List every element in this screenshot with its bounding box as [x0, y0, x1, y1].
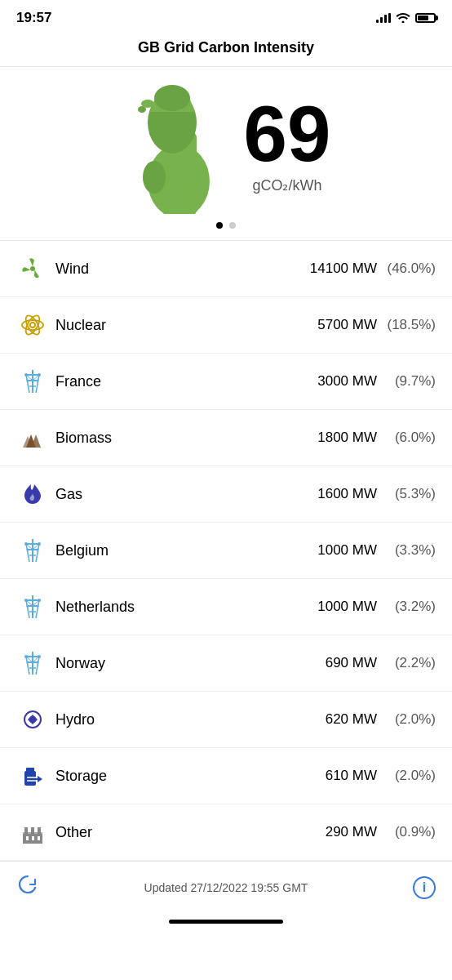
- energy-pct-nuclear: (18.5%): [387, 317, 436, 333]
- nuclear-icon: [16, 309, 49, 341]
- other-icon: [16, 816, 49, 849]
- energy-mw-netherlands: 1000 MW: [304, 599, 377, 615]
- svg-point-25: [27, 380, 29, 382]
- energy-pct-biomass: (6.0%): [387, 430, 436, 446]
- svg-point-51: [38, 599, 41, 602]
- svg-point-7: [154, 85, 190, 111]
- energy-mw-gas: 1600 MW: [304, 486, 377, 502]
- svg-point-40: [27, 549, 29, 551]
- energy-item-norway[interactable]: Norway 690 MW (2.2%): [0, 635, 452, 692]
- energy-item-france[interactable]: France 3000 MW (9.7%): [0, 354, 452, 410]
- svg-point-11: [30, 323, 35, 327]
- svg-point-24: [38, 373, 41, 376]
- info-button[interactable]: i: [413, 876, 436, 899]
- app-header: GB Grid Carbon Intensity: [0, 33, 452, 67]
- energy-item-gas[interactable]: Gas 1600 MW (5.3%): [0, 466, 452, 523]
- biomass-icon: [16, 421, 49, 454]
- svg-point-12: [22, 320, 43, 330]
- svg-point-39: [38, 542, 41, 546]
- energy-item-netherlands[interactable]: Netherlands 1000 MW (3.2%): [0, 579, 452, 635]
- hero-section: 69 gCO₂/kWh: [0, 67, 452, 214]
- svg-point-41: [37, 549, 39, 551]
- carbon-display: 69 gCO₂/kWh: [244, 95, 331, 194]
- energy-mw-storage: 610 MW: [304, 768, 377, 784]
- svg-rect-78: [26, 836, 29, 840]
- updated-text: Updated 27/12/2022 19:55 GMT: [39, 881, 413, 894]
- energy-name-belgium: Belgium: [55, 542, 304, 559]
- energy-item-wind[interactable]: Wind 14100 MW (46.0%): [0, 241, 452, 297]
- energy-pct-belgium: (3.3%): [387, 542, 436, 559]
- energy-mw-wind: 14100 MW: [304, 261, 377, 277]
- energy-mw-belgium: 1000 MW: [304, 542, 377, 559]
- page-dots: [0, 214, 452, 240]
- carbon-unit: gCO₂/kWh: [244, 176, 331, 194]
- svg-point-53: [37, 605, 39, 608]
- refresh-button[interactable]: [16, 873, 39, 902]
- energy-item-hydro[interactable]: Hydro 620 MW (2.0%): [0, 692, 452, 748]
- energy-pct-norway: (2.2%): [387, 655, 436, 671]
- energy-item-belgium[interactable]: Belgium 1000 MW (3.3%): [0, 523, 452, 579]
- energy-pct-wind: (46.0%): [387, 261, 436, 277]
- energy-mw-other: 290 MW: [304, 824, 377, 840]
- wind-icon: [16, 252, 49, 285]
- energy-list: Wind 14100 MW (46.0%) Nuclear 5700 MW (1…: [0, 241, 452, 861]
- home-bar: [169, 920, 283, 924]
- energy-item-biomass[interactable]: Biomass 1800 MW (6.0%): [0, 410, 452, 466]
- svg-point-64: [27, 662, 29, 664]
- storage-icon: [16, 760, 49, 792]
- svg-point-50: [24, 599, 28, 602]
- carbon-value: 69: [244, 95, 331, 173]
- svg-rect-77: [23, 832, 42, 835]
- status-icons: [376, 11, 436, 25]
- energy-item-nuclear[interactable]: Nuclear 5700 MW (18.5%): [0, 297, 452, 354]
- energy-name-nuclear: Nuclear: [55, 317, 304, 334]
- norway-icon: [16, 647, 49, 679]
- energy-name-gas: Gas: [55, 486, 304, 503]
- energy-mw-france: 3000 MW: [304, 373, 377, 390]
- home-indicator: [0, 913, 452, 933]
- wifi-icon: [396, 11, 410, 25]
- belgium-icon: [16, 534, 49, 567]
- svg-point-26: [37, 380, 39, 382]
- battery-icon: [415, 13, 436, 23]
- energy-item-storage[interactable]: Storage 610 MW (2.0%): [0, 748, 452, 804]
- energy-mw-biomass: 1800 MW: [304, 430, 377, 446]
- svg-point-62: [24, 655, 28, 658]
- energy-mw-nuclear: 5700 MW: [304, 317, 377, 333]
- uk-map: [122, 83, 228, 206]
- footer: Updated 27/12/2022 19:55 GMT i: [0, 861, 452, 913]
- energy-pct-netherlands: (3.2%): [387, 599, 436, 615]
- app-title: GB Grid Carbon Intensity: [138, 39, 314, 56]
- energy-pct-hydro: (2.0%): [387, 711, 436, 728]
- energy-name-norway: Norway: [55, 655, 304, 672]
- energy-name-wind: Wind: [55, 261, 304, 278]
- svg-rect-68: [24, 771, 36, 786]
- energy-pct-france: (9.7%): [387, 373, 436, 390]
- svg-rect-79: [32, 836, 34, 840]
- france-icon: [16, 365, 49, 398]
- svg-point-52: [27, 605, 29, 608]
- signal-icon: [376, 13, 391, 23]
- energy-name-other: Other: [55, 824, 304, 841]
- svg-point-10: [30, 266, 35, 271]
- page-dot-2[interactable]: [229, 222, 236, 229]
- energy-mw-norway: 690 MW: [304, 655, 377, 671]
- energy-pct-other: (0.9%): [387, 824, 436, 840]
- hydro-icon: [16, 703, 49, 736]
- gas-icon: [16, 478, 49, 510]
- page-dot-1[interactable]: [216, 222, 223, 229]
- energy-name-hydro: Hydro: [55, 711, 304, 728]
- status-time: 19:57: [16, 10, 51, 26]
- energy-mw-hydro: 620 MW: [304, 711, 377, 728]
- energy-name-france: France: [55, 373, 304, 390]
- status-bar: 19:57: [0, 0, 452, 33]
- energy-pct-storage: (2.0%): [387, 768, 436, 784]
- energy-name-netherlands: Netherlands: [55, 599, 304, 616]
- svg-point-38: [24, 542, 28, 546]
- svg-point-65: [37, 662, 39, 664]
- svg-point-23: [24, 373, 28, 376]
- energy-item-other[interactable]: Other 290 MW (0.9%): [0, 804, 452, 861]
- netherlands-icon: [16, 590, 49, 623]
- svg-point-63: [38, 655, 41, 658]
- svg-point-3: [143, 161, 166, 194]
